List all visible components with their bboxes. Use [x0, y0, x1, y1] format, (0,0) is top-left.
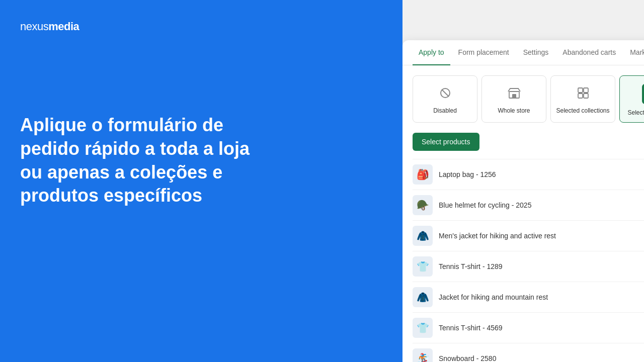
product-thumb: 🪖: [413, 195, 433, 215]
tile-whole-store[interactable]: Whole store: [481, 75, 546, 123]
tile-whole-store-label: Whole store: [498, 107, 530, 114]
hero-text: Aplique o formulário depedido rápido a t…: [20, 114, 272, 208]
tile-disabled-label: Disabled: [433, 107, 457, 114]
svg-rect-6: [578, 94, 583, 98]
tile-selected-products-label: Selected products: [627, 109, 644, 116]
product-list: 🎒 Laptop bag - 1256 🗑 Delete 🪖 Blue helm…: [413, 159, 644, 362]
tab-form-placement[interactable]: Form placement: [452, 40, 515, 65]
tile-selected-products[interactable]: Selected products: [619, 75, 644, 123]
product-name: Jacket for hiking and mountain rest: [439, 293, 644, 301]
tab-marketing[interactable]: Marketing: [624, 40, 644, 65]
option-tiles: Disabled Whole store: [413, 75, 644, 123]
tile-selected-collections-label: Selected collections: [556, 107, 609, 114]
product-name: Tennis T-shirt - 4569: [439, 324, 644, 332]
product-row: 🧥 Men's jacket for hiking and active res…: [413, 220, 644, 251]
card: Apply to Form placement Settings Abandon…: [403, 40, 644, 362]
product-thumb: 🧥: [413, 226, 433, 246]
product-name: Snowboard - 2580: [439, 354, 644, 362]
left-panel: nexusmedia Aplique o formulário depedido…: [0, 0, 403, 362]
product-row: 🏂 Snowboard - 2580 🗑 Delete: [413, 343, 644, 362]
product-name: Laptop bag - 1256: [439, 170, 644, 178]
logo-bold: media: [48, 20, 79, 33]
svg-rect-4: [578, 88, 583, 93]
logo-normal: nexus: [20, 20, 48, 33]
product-name: Tennis T-shirt - 1289: [439, 262, 644, 270]
selected-collections-icon: [574, 84, 592, 102]
product-thumb: 🧥: [413, 287, 433, 307]
product-name: Men's jacket for hiking and active rest: [439, 232, 644, 240]
select-products-button[interactable]: Select products: [413, 133, 479, 151]
svg-line-1: [442, 89, 449, 97]
right-area: Apply to Form placement Settings Abandon…: [403, 0, 644, 362]
tab-apply-to[interactable]: Apply to: [413, 40, 450, 65]
product-row: 🪖 Blue helmet for cycling - 2025 🗑 Delet…: [413, 190, 644, 220]
product-row: 👕 Tennis T-shirt - 4569 🗑 Delete: [413, 312, 644, 343]
card-content: Disabled Whole store: [403, 65, 644, 362]
whole-store-icon: [505, 84, 523, 102]
product-thumb: 🎒: [413, 164, 433, 185]
tabs-bar: Apply to Form placement Settings Abandon…: [403, 40, 644, 65]
product-name: Blue helmet for cycling - 2025: [439, 201, 644, 209]
tab-abandoned-carts[interactable]: Abandoned carts: [556, 40, 622, 65]
tile-disabled[interactable]: Disabled: [413, 75, 477, 123]
product-row: 🧥 Jacket for hiking and mountain rest 🗑 …: [413, 282, 644, 312]
selected-products-icon: [642, 84, 645, 104]
svg-rect-3: [512, 94, 516, 98]
product-thumb: 👕: [413, 318, 433, 338]
product-thumb: 🏂: [413, 348, 433, 362]
product-row: 👕 Tennis T-shirt - 1289 🗑 Delete: [413, 251, 644, 282]
svg-rect-7: [584, 94, 588, 98]
logo: nexusmedia: [20, 20, 382, 33]
svg-rect-5: [584, 88, 588, 93]
tile-selected-collections[interactable]: Selected collections: [550, 75, 615, 123]
product-thumb: 👕: [413, 256, 433, 277]
tab-settings[interactable]: Settings: [517, 40, 555, 65]
disabled-icon: [436, 84, 454, 102]
product-row: 🎒 Laptop bag - 1256 🗑 Delete: [413, 159, 644, 190]
